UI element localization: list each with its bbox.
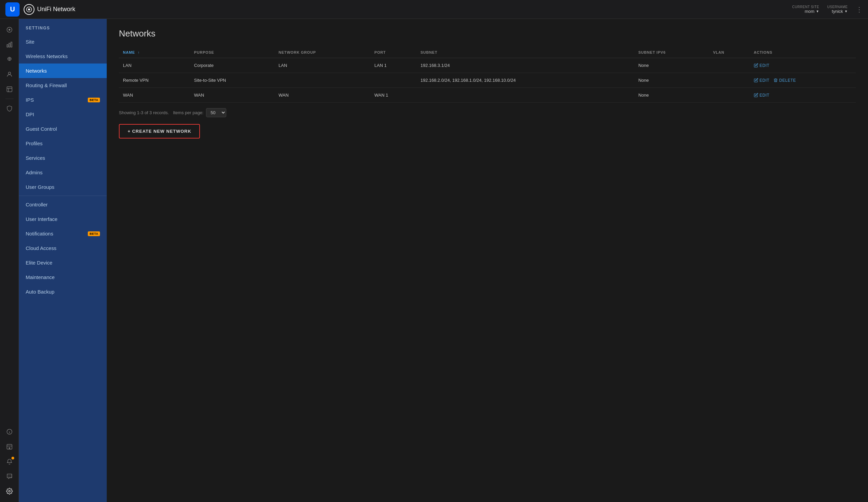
nav-settings[interactable] <box>3 484 16 498</box>
sidebar-item-label: Profiles <box>26 141 43 146</box>
nav-statistics[interactable] <box>3 38 16 51</box>
cell-network_group <box>275 73 371 88</box>
current-site-value[interactable]: mom ▼ <box>805 9 819 14</box>
table-row: WANWANWANWAN 1None EDIT <box>119 88 856 103</box>
sidebar-item-label: Routing & Firewall <box>26 82 67 88</box>
beta-badge: BETA <box>88 232 100 236</box>
nav-shield[interactable] <box>3 102 16 115</box>
items-per-page-select[interactable]: 50 10 25 100 <box>206 108 226 117</box>
sidebar-item-admins[interactable]: Admins <box>19 165 107 180</box>
items-per-page: Items per page: 50 10 25 100 <box>173 108 226 117</box>
networks-table: NAME ↑ PURPOSE NETWORK GROUP PORT SUBNET… <box>119 47 856 103</box>
cell-name: Remote VPN <box>119 73 190 88</box>
cell-network_group: WAN <box>275 88 371 103</box>
sidebar-item-notifications[interactable]: Notifications BETA <box>19 226 107 241</box>
sort-arrow-icon: ↑ <box>137 50 140 54</box>
topbar-right: CURRENT SITE mom ▼ USERNAME tynick ▼ ⋮ <box>792 5 862 14</box>
nav-map[interactable] <box>3 53 16 66</box>
brand-area: UniFi Network <box>24 4 792 15</box>
topbar: U UniFi Network CURRENT SITE mom ▼ USERN… <box>0 0 868 19</box>
sidebar-item-label: Auto Backup <box>26 289 54 295</box>
cell-subnet_ipv6: None <box>634 88 709 103</box>
sidebar-item-elite-device[interactable]: Elite Device <box>19 255 107 270</box>
svg-point-1 <box>28 9 30 10</box>
cell-purpose: WAN <box>190 88 275 103</box>
sidebar-item-label: Cloud Access <box>26 245 56 251</box>
sidebar-item-controller[interactable]: Controller <box>19 197 107 212</box>
brand-icon <box>24 4 34 15</box>
sidebar-item-ips[interactable]: IPS BETA <box>19 93 107 107</box>
content-area: Networks NAME ↑ PURPOSE NETWORK GROUP PO… <box>107 19 868 502</box>
sidebar-item-routing-firewall[interactable]: Routing & Firewall <box>19 78 107 93</box>
more-options-icon[interactable]: ⋮ <box>856 6 862 13</box>
col-header-subnet-ipv6[interactable]: SUBNET IPV6 <box>634 47 709 58</box>
cell-vlan <box>709 58 750 73</box>
nav-info[interactable] <box>3 425 16 439</box>
edit-button[interactable]: EDIT <box>754 93 769 98</box>
cell-vlan <box>709 88 750 103</box>
edit-button[interactable]: EDIT <box>754 63 769 68</box>
sidebar-item-user-interface[interactable]: User Interface <box>19 212 107 226</box>
sidebar-item-label: Networks <box>26 68 47 74</box>
nav-notifications[interactable] <box>3 455 16 468</box>
cell-purpose: Site-to-Site VPN <box>190 73 275 88</box>
cell-port <box>371 73 416 88</box>
current-site-selector[interactable]: CURRENT SITE mom ▼ <box>792 5 819 14</box>
sidebar-item-networks[interactable]: Networks <box>19 63 107 78</box>
sidebar-item-profiles[interactable]: Profiles <box>19 136 107 151</box>
sidebar-item-maintenance[interactable]: Maintenance <box>19 270 107 285</box>
nav-clients[interactable] <box>3 68 16 81</box>
notification-badge <box>11 457 14 459</box>
sidebar-item-site[interactable]: Site <box>19 34 107 49</box>
sidebar-item-label: Guest Control <box>26 126 57 132</box>
table-footer: Showing 1-3 of 3 records. Items per page… <box>119 108 856 117</box>
cell-port: WAN 1 <box>371 88 416 103</box>
sidebar-item-cloud-access[interactable]: Cloud Access <box>19 241 107 255</box>
sidebar-item-auto-backup[interactable]: Auto Backup <box>19 285 107 299</box>
col-header-subnet[interactable]: SUBNET <box>416 47 634 58</box>
col-header-network-group[interactable]: NETWORK GROUP <box>275 47 371 58</box>
svg-point-20 <box>10 476 11 476</box>
nav-devices[interactable] <box>3 82 16 96</box>
cell-actions: EDIT <box>750 58 856 73</box>
cell-purpose: Corporate <box>190 58 275 73</box>
sidebar-item-services[interactable]: Services <box>19 151 107 165</box>
showing-records: Showing 1-3 of 3 records. <box>119 110 169 115</box>
cell-subnet_ipv6: None <box>634 73 709 88</box>
nav-chat[interactable] <box>3 470 16 483</box>
sidebar-item-user-groups[interactable]: User Groups <box>19 180 107 194</box>
col-header-actions: ACTIONS <box>750 47 856 58</box>
sidebar-item-label: IPS <box>26 97 34 103</box>
svg-point-21 <box>9 491 10 492</box>
nav-divider <box>6 99 13 99</box>
chevron-down-icon: ▼ <box>844 9 848 13</box>
sidebar-item-dpi[interactable]: DPI <box>19 107 107 122</box>
settings-title: SETTINGS <box>19 19 107 34</box>
sidebar-item-wireless-networks[interactable]: Wireless Networks <box>19 49 107 63</box>
edit-button[interactable]: EDIT <box>754 78 769 83</box>
cell-actions: EDIT <box>750 88 856 103</box>
sidebar-item-label: Admins <box>26 170 43 175</box>
current-site-label: CURRENT SITE <box>792 5 819 9</box>
sidebar-item-label: Controller <box>26 202 48 207</box>
col-header-port[interactable]: PORT <box>371 47 416 58</box>
username-value[interactable]: tynick ▼ <box>832 9 848 14</box>
settings-sidebar: SETTINGS Site Wireless Networks Networks… <box>19 19 107 502</box>
col-header-name[interactable]: NAME ↑ <box>119 47 190 58</box>
svg-rect-4 <box>7 44 8 47</box>
username-label: USERNAME <box>827 5 848 9</box>
nav-dashboard[interactable] <box>3 23 16 37</box>
sidebar-item-guest-control[interactable]: Guest Control <box>19 122 107 136</box>
user-selector[interactable]: USERNAME tynick ▼ <box>827 5 848 14</box>
cell-subnet: 192.168.3.1/24 <box>416 58 634 73</box>
cell-subnet <box>416 88 634 103</box>
delete-button[interactable]: DELETE <box>773 78 796 83</box>
col-header-vlan[interactable]: VLAN <box>709 47 750 58</box>
nav-calendar-star[interactable] <box>3 440 16 453</box>
col-header-purpose[interactable]: PURPOSE <box>190 47 275 58</box>
svg-marker-17 <box>8 447 10 449</box>
create-network-button[interactable]: + CREATE NEW NETWORK <box>119 124 200 139</box>
cell-subnet_ipv6: None <box>634 58 709 73</box>
svg-rect-9 <box>7 87 12 92</box>
sidebar-item-label: Site <box>26 39 34 44</box>
